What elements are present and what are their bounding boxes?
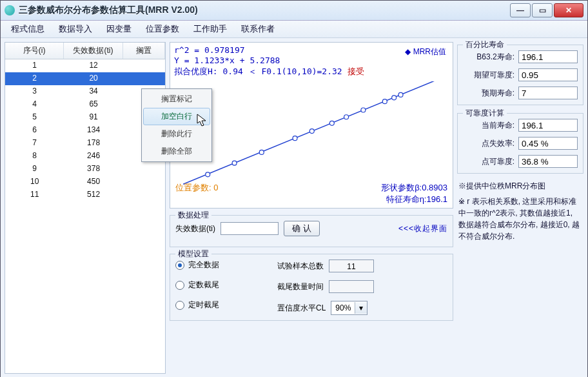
- fit-test-label: 拟合优度H: 0.94 ＜ F0.1(10,10)=2.32: [174, 66, 348, 76]
- chart-legend: MRR估值: [405, 46, 446, 57]
- collapse-link[interactable]: <<<收起界面: [398, 223, 447, 234]
- table-cell: 4: [5, 98, 64, 111]
- chart-panel: MRR估值 r^2 = 0.978197 Y = 1.1233*x + 5.27…: [170, 42, 453, 209]
- table-cell: 7: [5, 137, 64, 150]
- table-cell: 134: [64, 124, 122, 137]
- table-row[interactable]: 11512: [5, 188, 165, 201]
- radio-dot-icon: [175, 281, 184, 290]
- svg-point-9: [382, 99, 387, 104]
- table-cell: 512: [64, 188, 122, 201]
- table-cell: 12: [64, 59, 122, 72]
- table-row[interactable]: 10450: [5, 176, 165, 188]
- minimize-button[interactable]: —: [510, 3, 531, 17]
- close-button[interactable]: ✕: [554, 3, 583, 17]
- table-cell: [123, 72, 165, 85]
- trunc-value-label: 截尾数量时间: [277, 281, 324, 292]
- model-caption: 模型设置: [175, 249, 211, 260]
- ti-input-label: 失效数据(ti): [175, 223, 215, 234]
- reliab-field[interactable]: [518, 68, 578, 81]
- ti-input[interactable]: [220, 222, 279, 235]
- svg-point-11: [398, 92, 403, 97]
- menu-location-param[interactable]: 位置参数: [141, 21, 184, 37]
- sample-total-field[interactable]: 11: [329, 260, 374, 272]
- table-header: 序号(i) 失效数据(ti) 搁置: [5, 43, 165, 59]
- expect-field[interactable]: [518, 87, 578, 99]
- b63-field[interactable]: [518, 50, 578, 63]
- context-menu-item[interactable]: 删除此行: [143, 125, 210, 143]
- cl-label: 置信度水平CL: [277, 303, 326, 314]
- svg-point-5: [309, 129, 314, 134]
- note-1: ※提供中位秩MRR分布图: [458, 180, 582, 192]
- svg-point-7: [344, 115, 349, 119]
- table-cell: 65: [64, 98, 122, 111]
- table-cell: 378: [64, 163, 122, 176]
- table-cell: 450: [64, 176, 122, 188]
- radio-time-trunc[interactable]: 定时截尾: [175, 300, 253, 311]
- col-ti: 失效数据(ti): [64, 43, 122, 59]
- context-menu-item[interactable]: 搁置标记: [143, 90, 210, 108]
- shape-param-label: 形状参数β:0.8903: [381, 182, 447, 194]
- col-censor: 搁置: [123, 43, 165, 59]
- table-row[interactable]: 9378: [5, 163, 165, 176]
- table-cell: 3: [5, 85, 64, 98]
- percent-life-caption: 百分比寿命: [463, 39, 507, 50]
- confirm-button[interactable]: 确 认: [284, 221, 320, 236]
- pt-reliab-field[interactable]: [518, 155, 578, 168]
- data-proc-group: 数据处理 失效数据(ti) 确 认 <<<收起界面: [170, 215, 453, 247]
- svg-point-6: [329, 121, 334, 125]
- expect-label: 预期寿命:: [463, 88, 514, 99]
- table-cell: [123, 163, 165, 176]
- data-proc-caption: 数据处理: [175, 210, 211, 221]
- col-index: 序号(i): [5, 43, 64, 59]
- menu-program-info[interactable]: 程式信息: [6, 21, 50, 37]
- trunc-value-field[interactable]: [329, 280, 374, 293]
- table-cell: 8: [5, 150, 64, 163]
- table-row[interactable]: 112: [5, 59, 165, 72]
- chevron-down-icon: ▾: [355, 302, 367, 314]
- menu-contact[interactable]: 联系作者: [236, 21, 280, 37]
- fit-accept-label: 接受: [348, 66, 364, 76]
- fail-rate-label: 点失效率:: [463, 138, 514, 149]
- b63-label: B63.2寿命:: [463, 52, 514, 63]
- context-menu-item[interactable]: 删除全部: [143, 143, 210, 160]
- table-cell: 178: [64, 137, 122, 150]
- table-cell: 9: [5, 163, 64, 176]
- menu-assistant[interactable]: 工作助手: [188, 21, 232, 37]
- cur-life-label: 当前寿命:: [463, 120, 514, 131]
- svg-point-2: [232, 161, 237, 165]
- table-cell: 2: [5, 72, 64, 85]
- menu-data-import[interactable]: 数据导入: [54, 21, 97, 37]
- model-group: 模型设置 完全数据 定数截尾 定时截尾 试验样本总数 11 截尾数量时间 置信度…: [170, 254, 453, 321]
- percent-life-group: 百分比寿命 B63.2寿命: 期望可靠度: 预期寿命:: [457, 45, 583, 105]
- svg-point-8: [361, 108, 366, 112]
- radio-full-data[interactable]: 完全数据: [175, 260, 253, 270]
- menu-dependent-var[interactable]: 因变量: [101, 21, 137, 37]
- context-menu: 搁置标记加空白行删除此行删除全部: [141, 88, 212, 162]
- table-cell: 246: [64, 150, 122, 163]
- reliab-calc-caption: 可靠度计算: [463, 108, 507, 119]
- notes: ※提供中位秩MRR分布图 ※ r 表示相关系数, 这里采用和标准中一致的r^2表…: [457, 179, 583, 243]
- location-param-label: 位置参数: 0: [175, 182, 218, 205]
- table-cell: 34: [64, 85, 122, 98]
- svg-point-4: [293, 136, 297, 141]
- table-cell: [123, 188, 165, 201]
- app-icon: [5, 5, 15, 15]
- menu-bar: 程式信息 数据导入 因变量 位置参数 工作助手 联系作者: [1, 21, 587, 38]
- maximize-button[interactable]: ▭: [532, 3, 553, 17]
- table-cell: 20: [64, 72, 122, 85]
- plot-area: [183, 81, 440, 185]
- table-row[interactable]: 220: [5, 72, 165, 85]
- cl-select[interactable]: 90%▾: [331, 301, 368, 315]
- pt-reliab-label: 点可靠度:: [463, 156, 514, 167]
- table-cell: [123, 176, 165, 188]
- note-2: ※ r 表示相关系数, 这里采用和标准中一致的r^2表示, 其数值越接近1, 数…: [458, 196, 582, 242]
- radio-count-trunc[interactable]: 定数截尾: [175, 280, 253, 290]
- fail-rate-field[interactable]: [518, 137, 578, 150]
- table-cell: 10: [5, 176, 64, 188]
- sample-total-label: 试验样本总数: [277, 261, 324, 272]
- reliab-label: 期望可靠度:: [463, 70, 514, 81]
- radio-dot-icon: [175, 301, 184, 310]
- context-menu-item[interactable]: 加空白行: [143, 108, 210, 125]
- cur-life-field[interactable]: [518, 119, 578, 132]
- table-cell: 11: [5, 188, 64, 201]
